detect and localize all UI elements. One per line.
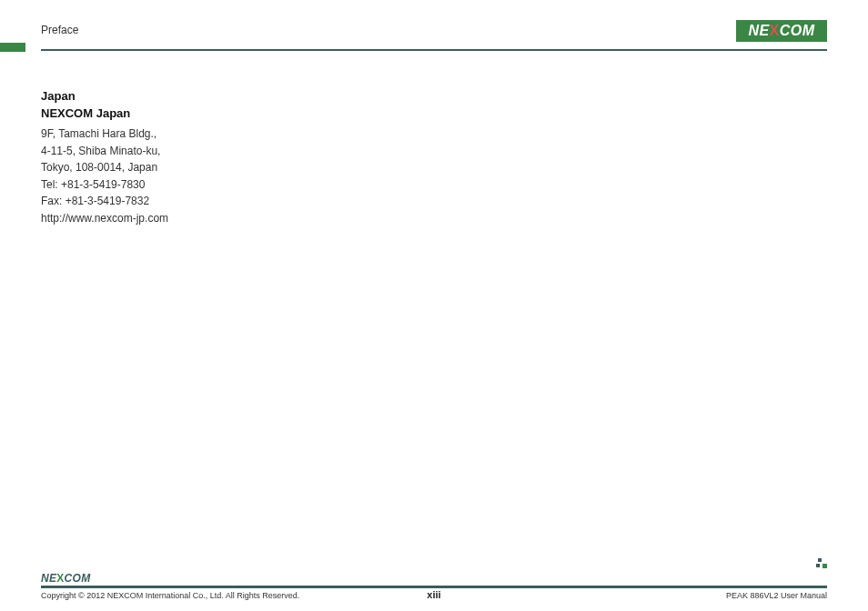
page-header: Preface NEXCOM xyxy=(41,20,827,47)
section-title: Preface xyxy=(41,20,78,36)
logo-text-right: COM xyxy=(780,23,815,38)
logo-text: NEXCOM xyxy=(748,23,814,39)
address-line-2: 4-11-5, Shiba Minato-ku, xyxy=(41,143,827,160)
nexcom-logo: NEXCOM xyxy=(736,20,827,42)
footer-logo-right: COM xyxy=(65,572,91,585)
footer-corner-decoration xyxy=(812,558,827,569)
corner-square-icon xyxy=(823,564,827,568)
website-url: http://www.nexcom-jp.com xyxy=(41,210,827,227)
logo-text-x: X xyxy=(770,23,780,38)
fax: Fax: +81-3-5419-7832 xyxy=(41,193,827,210)
manual-title: PEAK 886VL2 User Manual xyxy=(726,591,827,600)
footer-logo-x: X xyxy=(56,572,64,585)
nexcom-logo-small: NEXCOM xyxy=(41,572,91,585)
header-accent-block xyxy=(0,43,25,52)
copyright-text: Copyright © 2012 NEXCOM International Co… xyxy=(41,591,299,600)
corner-square-icon xyxy=(816,564,820,567)
company-heading: NEXCOM Japan xyxy=(41,106,827,120)
footer-logo-left: NE xyxy=(41,572,56,585)
corner-square-icon xyxy=(818,558,822,562)
page-number: xiii xyxy=(427,589,440,600)
page-footer: NEXCOM Copyright © 2012 NEXCOM Internati… xyxy=(41,569,827,600)
page-content: Japan NEXCOM Japan 9F, Tamachi Hara Bldg… xyxy=(41,51,827,227)
logo-text-left: NE xyxy=(748,23,769,38)
document-page: Preface NEXCOM Japan NEXCOM Japan 9F, Ta… xyxy=(0,0,868,611)
header-divider xyxy=(41,49,827,51)
footer-info-row: Copyright © 2012 NEXCOM International Co… xyxy=(41,591,827,600)
address-line-1: 9F, Tamachi Hara Bldg., xyxy=(41,125,827,143)
address-line-3: Tokyo, 108-0014, Japan xyxy=(41,159,827,176)
country-heading: Japan xyxy=(41,89,827,103)
telephone: Tel: +81-3-5419-7830 xyxy=(41,176,827,194)
footer-divider xyxy=(41,586,827,588)
